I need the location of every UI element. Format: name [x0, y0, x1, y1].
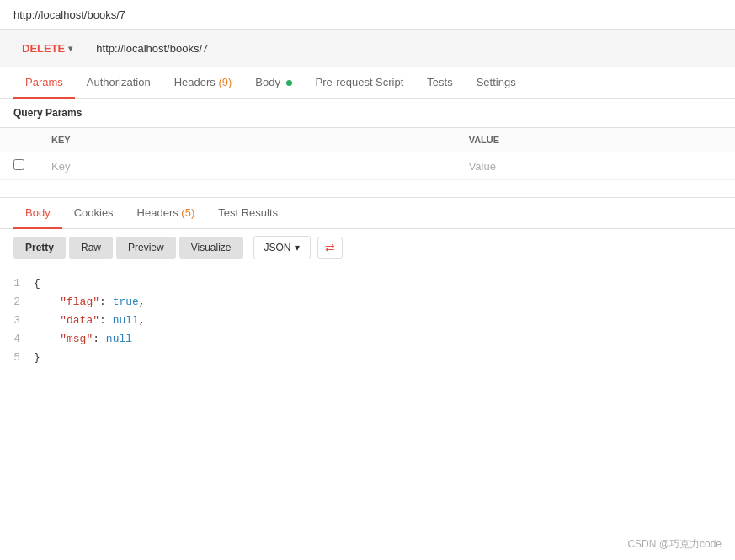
line-number: 5: [0, 349, 34, 367]
request-tabs: Params Authorization Headers (9) Body Pr…: [0, 67, 735, 99]
wrap-icon: ⇄: [325, 241, 335, 254]
tab-authorization[interactable]: Authorization: [75, 67, 162, 99]
response-tab-test-results[interactable]: Test Results: [206, 198, 290, 229]
line-content: }: [34, 349, 735, 367]
chevron-down-icon: ▾: [295, 242, 300, 253]
tab-settings[interactable]: Settings: [465, 67, 528, 99]
tab-body[interactable]: Body: [243, 67, 303, 99]
code-line-4: 4 "msg": null: [0, 330, 735, 349]
code-block: 1 { 2 "flag": true, 3 "data": null, 4 "m…: [0, 266, 735, 376]
response-tab-cookies[interactable]: Cookies: [62, 198, 125, 229]
response-tab-headers[interactable]: Headers (5): [125, 198, 207, 229]
line-number: 2: [0, 293, 34, 312]
value-cell[interactable]: Value: [455, 152, 735, 180]
line-number: 3: [0, 312, 34, 330]
checkbox-col-header: [0, 128, 38, 152]
response-section: Body Cookies Headers (5) Test Results Pr…: [0, 197, 735, 376]
line-number: 1: [0, 275, 34, 293]
tab-tests[interactable]: Tests: [415, 67, 464, 99]
code-line-2: 2 "flag": true,: [0, 293, 735, 312]
line-content: {: [34, 275, 735, 293]
line-content: "flag": true,: [34, 293, 735, 312]
pretty-btn[interactable]: Pretty: [13, 237, 66, 259]
response-tab-body[interactable]: Body: [13, 198, 62, 229]
tab-pre-request[interactable]: Pre-request Script: [304, 67, 416, 99]
top-url-bar: http://localhost/books/7: [0, 0, 735, 30]
chevron-down-icon: ▾: [68, 44, 72, 53]
top-url-text: http://localhost/books/7: [13, 8, 125, 21]
key-cell[interactable]: Key: [38, 152, 455, 180]
table-row: Key Value: [0, 152, 735, 180]
request-bar: DELETE ▾: [0, 30, 735, 67]
method-label: DELETE: [22, 42, 65, 55]
response-tabs: Body Cookies Headers (5) Test Results: [0, 198, 735, 229]
tab-headers[interactable]: Headers (9): [162, 67, 244, 99]
response-toolbar: Pretty Raw Preview Visualize JSON ▾ ⇄: [0, 229, 735, 266]
line-content: "msg": null: [34, 330, 735, 349]
raw-btn[interactable]: Raw: [69, 237, 113, 259]
format-label: JSON: [264, 242, 291, 253]
row-checkbox[interactable]: [13, 159, 24, 170]
visualize-btn[interactable]: Visualize: [179, 237, 243, 259]
line-content: "data": null,: [34, 312, 735, 330]
code-line-3: 3 "data": null,: [0, 312, 735, 330]
params-table: KEY VALUE Key Value: [0, 127, 735, 180]
code-line-1: 1 {: [0, 275, 735, 293]
format-dropdown[interactable]: JSON ▾: [253, 236, 311, 259]
value-col-header: VALUE: [455, 128, 735, 152]
code-line-5: 5 }: [0, 349, 735, 367]
key-col-header: KEY: [38, 128, 455, 152]
method-dropdown[interactable]: DELETE ▾: [13, 37, 81, 60]
tab-params[interactable]: Params: [13, 67, 75, 99]
query-params-label: Query Params: [0, 99, 735, 127]
wrap-btn[interactable]: ⇄: [317, 237, 343, 259]
url-input[interactable]: [88, 37, 722, 60]
line-number: 4: [0, 330, 34, 349]
preview-btn[interactable]: Preview: [116, 237, 176, 259]
